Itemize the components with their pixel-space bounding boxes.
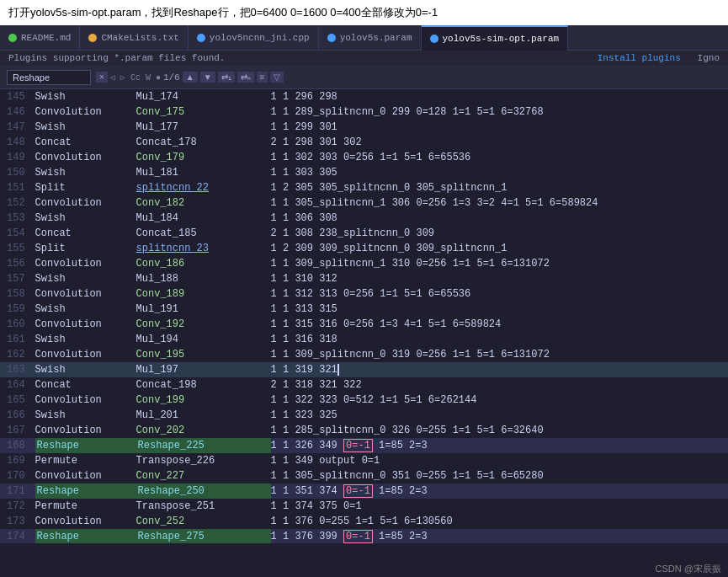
cell-params: 1 1 305_splitncnn_0 351 0=255 1=1 5=1 6=… [271, 468, 544, 484]
line-number: 163 [0, 362, 32, 377]
highlight-value: 0=-1 [343, 484, 373, 498]
cell-params: 1 1 285_splitncnn_0 326 0=255 1=1 5=1 6=… [271, 423, 544, 438]
table-row: 159SwishMul_1911 1 313 315 [0, 302, 728, 317]
line-number: 171 [0, 484, 32, 499]
cell-params: 1 1 326 349 0=-1 1=85 2=3 [271, 438, 428, 453]
cell-params: 1 1 376 399 0=-1 1=85 2=3 [271, 529, 428, 543]
line-number: 164 [0, 377, 32, 393]
cell-params: 2 1 298 301 302 [271, 135, 362, 150]
cell-type: Permute [35, 453, 136, 468]
search-close-btn[interactable]: × [96, 72, 108, 83]
line-content: ConvolutionConv_2021 1 285_splitncnn_0 3… [32, 423, 728, 438]
line-number: 152 [0, 195, 32, 211]
tab-readme-md[interactable]: README.md [0, 25, 80, 51]
cell-params: 1 1 310 312 [271, 271, 337, 286]
blue-icon [327, 34, 336, 42]
line-number: 162 [0, 347, 32, 362]
tab-yolov5s-sim-opt-param[interactable]: yolov5s-sim-opt.param [422, 25, 569, 51]
line-number: 172 [0, 499, 32, 514]
search-filter-btn[interactable]: ▽ [270, 72, 284, 83]
table-row: 150SwishMul_1811 1 303 305 [0, 165, 728, 180]
table-row: 169PermuteTranspose_2261 1 349 output 0=… [0, 453, 728, 468]
table-row: 160ConvolutionConv_1921 1 315 316 0=256 … [0, 317, 728, 332]
tab-cmakelists-txt[interactable]: CMakeLists.txt [80, 25, 188, 51]
table-row: 164ConcatConcat_1982 1 318 321 322 [0, 377, 728, 393]
table-row: 145SwishMul_1741 1 296 298 [0, 89, 728, 104]
line-content: SwishMul_1771 1 299 301 [32, 120, 728, 135]
cell-name: Conv_186 [136, 256, 271, 271]
line-number: 161 [0, 332, 32, 347]
line-number: 169 [0, 453, 32, 468]
cell-name: Reshape_225 [136, 438, 271, 453]
table-row: 170ConvolutionConv_2271 1 305_splitncnn_… [0, 468, 728, 484]
watermark: CSDN @宋辰振 [649, 561, 728, 577]
table-row: 152ConvolutionConv_1821 1 305_splitncnn_… [0, 195, 728, 211]
table-row: 156ConvolutionConv_1861 1 309_splitncnn_… [0, 256, 728, 271]
line-number: 155 [0, 241, 32, 256]
line-content: ConcatConcat_1982 1 318 321 322 [32, 377, 728, 393]
search-replace-btn[interactable]: ⇄₁ [218, 72, 235, 83]
install-plugins-link[interactable]: Install plugins [598, 53, 681, 63]
cell-type: Concat [35, 135, 136, 150]
cell-name: Concat_178 [136, 135, 271, 150]
line-content: ConcatConcat_1852 1 308 238_splitncnn_0 … [32, 226, 728, 241]
line-content: SwishMul_1911 1 313 315 [32, 302, 728, 317]
cell-params: 1 1 309_splitncnn_1 310 0=256 1=1 5=1 6=… [271, 256, 550, 271]
cell-name: Conv_227 [136, 468, 271, 484]
table-row: 158ConvolutionConv_1891 1 312 313 0=256 … [0, 286, 728, 302]
line-content: ReshapeReshape_2501 1 351 374 0=-1 1=85 … [32, 484, 728, 499]
cell-type: Convolution [35, 195, 136, 211]
line-content: PermuteTranspose_2511 1 374 375 0=1 [32, 499, 728, 514]
line-content: SwishMul_1881 1 310 312 [32, 271, 728, 286]
cell-name: Mul_174 [136, 89, 271, 104]
cell-params: 1 1 316 318 [271, 332, 337, 347]
table-row: 171ReshapeReshape_2501 1 351 374 0=-1 1=… [0, 484, 728, 499]
cell-name: Conv_192 [136, 317, 271, 332]
cell-name: Reshape_250 [136, 484, 271, 499]
ignore-link[interactable]: Igno [698, 53, 720, 63]
line-content: SwishMul_1741 1 296 298 [32, 89, 728, 104]
line-number: 146 [0, 104, 32, 120]
cell-name: Mul_194 [136, 332, 271, 347]
tab-yolov5s-param[interactable]: yolov5s.param [319, 25, 422, 51]
cell-params: 1 1 349 output 0=1 [271, 453, 380, 468]
table-row: 174ReshapeReshape_2751 1 376 399 0=-1 1=… [0, 529, 728, 543]
search-next-btn[interactable]: ▼ [200, 72, 215, 83]
cell-type: Convolution [35, 468, 136, 484]
line-content: ConvolutionConv_1791 1 302 303 0=256 1=1… [32, 150, 728, 165]
search-bar: × ◁ ▷ Cc W ● 1/6 ▲ ▼ ⇄₁ ⇄ₙ ≡ ▽ [0, 66, 728, 89]
search-input[interactable] [7, 70, 91, 85]
line-number: 165 [0, 393, 32, 408]
table-row: 173ConvolutionConv_2521 1 376 0=255 1=1 … [0, 514, 728, 529]
line-content: ConvolutionConv_1861 1 309_splitncnn_1 3… [32, 256, 728, 271]
table-row: 157SwishMul_1881 1 310 312 [0, 271, 728, 286]
cell-name: Conv_199 [136, 393, 271, 408]
cell-params: 1 1 306 308 [271, 211, 337, 226]
search-replace-all-btn[interactable]: ⇄ₙ [237, 72, 254, 83]
cell-params: 1 1 309_splitncnn_0 319 0=256 1=1 5=1 6=… [271, 347, 550, 362]
cell-params: 1 2 309 309_splitncnn_0 309_splitncnn_1 [271, 241, 507, 256]
cell-params: 1 1 323 325 [271, 408, 337, 423]
cell-type: Swish [35, 332, 136, 347]
blue-icon [430, 35, 438, 43]
search-extra1-btn[interactable]: ≡ [257, 72, 268, 83]
line-content: ConvolutionConv_1821 1 305_splitncnn_1 3… [32, 195, 728, 211]
line-number: 148 [0, 135, 32, 150]
text-cursor [337, 364, 339, 376]
table-row: 151Splitsplitncnn_221 2 305 305_splitncn… [0, 180, 728, 195]
table-row: 165ConvolutionConv_1991 1 322 323 0=512 … [0, 393, 728, 408]
line-number: 160 [0, 317, 32, 332]
cell-type: Swish [35, 408, 136, 423]
tab-bar: README.mdCMakeLists.txtyolov5ncnn_jni.cp… [0, 25, 728, 51]
line-content: ConvolutionConv_2271 1 305_splitncnn_0 3… [32, 468, 728, 484]
tab-yolov5ncnn-jni-cpp[interactable]: yolov5ncnn_jni.cpp [189, 25, 319, 51]
line-content: SwishMul_1971 1 319 321 [32, 362, 728, 377]
line-content: ConvolutionConv_1991 1 322 323 0=512 1=1… [32, 393, 728, 408]
line-content: Splitsplitncnn_231 2 309 309_splitncnn_0… [32, 241, 728, 256]
cell-params: 1 1 322 323 0=512 1=1 5=1 6=262144 [271, 393, 477, 408]
search-prev-btn[interactable]: ▲ [183, 72, 198, 83]
tab-label: README.md [21, 33, 71, 43]
cell-name: Conv_202 [136, 423, 271, 438]
line-content: SwishMul_2011 1 323 325 [32, 408, 728, 423]
line-content: ConcatConcat_1782 1 298 301 302 [32, 135, 728, 150]
